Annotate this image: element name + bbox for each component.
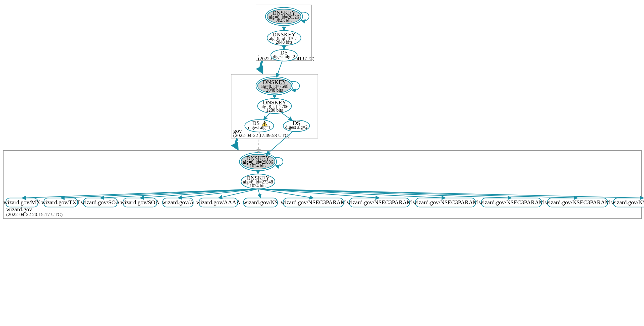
rrset-edges (22, 189, 643, 198)
node-gov-ds1: DS digest alg=1 (245, 120, 274, 132)
rrset-label: wizard.gov/NSEC3PARAM (413, 199, 478, 206)
rrset-label: wizard.gov/SOA (81, 199, 120, 206)
rrset-label: wizard.gov/NSEC3PARAM (545, 199, 610, 206)
rrset-label: wizard.gov/NSEC3PARAM (611, 199, 644, 206)
node-root-ksk: DNSKEY alg=8, id=20326 2048 bits (265, 8, 303, 26)
svg-rect-26 (264, 122, 265, 124)
node-root-zsk: DNSKEY alg=8, id=47671 2048 bits (267, 31, 301, 45)
dnssec-diagram: . (2022-04-22 15:35:41 UTC) DNSKEY alg=8… (0, 0, 644, 326)
edge-gov-zsk-ds1 (263, 113, 271, 120)
node-gov-ksk: DNSKEY alg=8, id=7698 2048 bits (256, 77, 293, 95)
svg-text:2048 bits: 2048 bits (266, 88, 283, 93)
svg-text:2048 bits: 2048 bits (276, 18, 292, 23)
rrset-label: wizard.gov/MX (4, 199, 40, 206)
edge-zsk-rrset (100, 189, 258, 198)
svg-text:1024 bits: 1024 bits (250, 163, 266, 168)
svg-text:1024 bits: 1024 bits (250, 183, 266, 188)
rrset-label: wizard.gov/SOA (121, 199, 160, 206)
svg-text:digest alg=2: digest alg=2 (285, 125, 308, 130)
rrset-label: wizard.gov/TXT (41, 199, 80, 206)
rrset-label: wizard.gov/A (162, 199, 194, 206)
node-gov-zsk: DNSKEY alg=8, id=2706 1280 bits (258, 99, 292, 113)
rrset-label: wizard.gov/AAAA (196, 199, 241, 206)
svg-rect-27 (264, 125, 265, 126)
svg-text:digest alg=2: digest alg=2 (273, 54, 295, 59)
rrset-label: wizard.gov/NSEC3PARAM (479, 199, 544, 206)
zone-gov-timestamp: (2022-04-22 17:49:58 UTC) (233, 133, 290, 138)
svg-text:1280 bits: 1280 bits (266, 108, 283, 113)
zone-wizard-timestamp: (2022-04-22 20:15:17 UTC) (6, 212, 63, 217)
rrset-label: wizard.gov/NSEC3PARAM (347, 199, 412, 206)
edge-gov-zsk-ds2 (281, 112, 292, 120)
node-gov-ds2: DS digest alg=2 (283, 120, 310, 132)
svg-text:2048 bits: 2048 bits (276, 40, 292, 45)
rrset-label: wizard.gov/NS (243, 199, 278, 206)
rrset-label: wizard.gov/NSEC3PARAM (281, 199, 346, 206)
edge-zsk-rrset (258, 189, 260, 198)
node-wiz-zsk: DNSKEY alg=8, id=27348 1024 bits (241, 174, 275, 189)
node-wiz-ksk: DNSKEY alg=8, id=29806 1024 bits (239, 153, 277, 171)
edge-delegation-gov-wiz (236, 139, 237, 148)
svg-rect-31 (3, 151, 641, 219)
zone-wizard: wizard.gov (2022-04-22 20:15:17 UTC) (3, 151, 641, 219)
node-root-ds: DS digest alg=2 (271, 49, 297, 61)
rrsets-row: wizard.gov/MXwizard.gov/TXTwizard.gov/SO… (4, 198, 644, 207)
edge-delegation-root-gov (261, 61, 262, 72)
edge-root-ds-gov-ksk (277, 61, 282, 77)
